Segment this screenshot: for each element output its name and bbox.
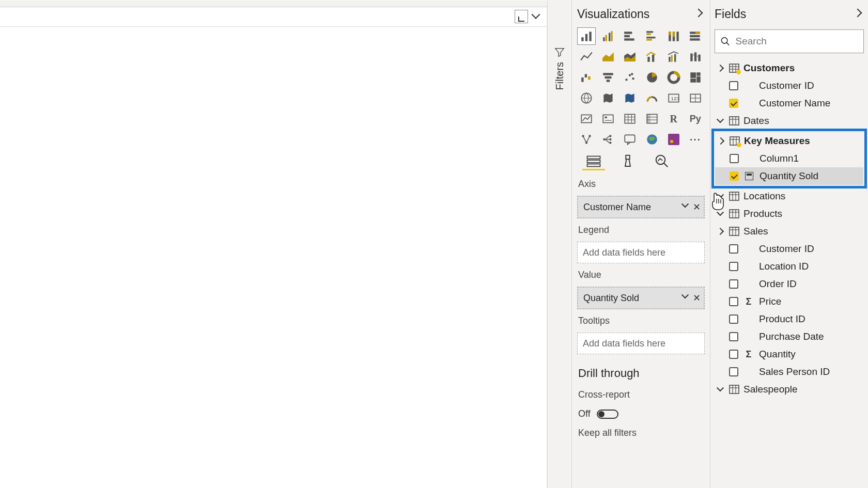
chevron-down-icon[interactable] bbox=[683, 294, 691, 302]
viz-multi-card-icon[interactable] bbox=[686, 89, 705, 107]
remove-field-icon[interactable]: ✕ bbox=[693, 292, 701, 304]
collapse-viz-icon[interactable] bbox=[695, 10, 705, 19]
svg-point-81 bbox=[721, 38, 727, 43]
viz-filled-map-icon[interactable] bbox=[599, 89, 617, 107]
field-sales-purchasedate[interactable]: Purchase Date bbox=[715, 328, 864, 345]
field-sales-productid[interactable]: Product ID bbox=[715, 310, 864, 328]
field-sales-customerid[interactable]: Customer ID bbox=[715, 240, 864, 258]
viz-qna-icon[interactable] bbox=[621, 131, 639, 148]
remove-field-icon[interactable]: ✕ bbox=[693, 201, 701, 213]
fields-search[interactable] bbox=[715, 29, 864, 53]
viz-waterfall-icon[interactable] bbox=[577, 69, 596, 86]
svg-rect-36 bbox=[607, 80, 610, 82]
canvas-mode-icon[interactable] bbox=[515, 10, 528, 23]
checkbox-icon[interactable] bbox=[729, 297, 738, 306]
fields-tab-icon[interactable] bbox=[582, 154, 605, 170]
viz-more-icon[interactable]: ⋯ bbox=[686, 131, 705, 148]
checkbox-icon[interactable] bbox=[729, 81, 738, 90]
table-customers[interactable]: Customers bbox=[715, 59, 864, 77]
viz-pie-icon[interactable] bbox=[643, 69, 661, 86]
field-sales-orderid[interactable]: Order ID bbox=[715, 275, 864, 293]
viz-ribbon-icon[interactable] bbox=[686, 48, 705, 66]
field-keymeasures-quantitysold[interactable]: Quantity Sold bbox=[715, 167, 863, 185]
viz-line-icon[interactable] bbox=[577, 48, 596, 66]
axis-label: Axis bbox=[577, 177, 705, 192]
collapse-fields-icon[interactable] bbox=[855, 10, 864, 19]
checkbox-icon[interactable] bbox=[729, 314, 738, 324]
checkbox-checked-icon[interactable] bbox=[730, 171, 739, 181]
analytics-tab-icon[interactable] bbox=[650, 154, 673, 170]
tooltips-dropzone[interactable]: Add data fields here bbox=[577, 333, 705, 354]
table-sales[interactable]: Sales bbox=[715, 223, 864, 240]
value-field-chip[interactable]: Quantity Sold ✕ bbox=[578, 287, 704, 309]
field-sales-salespersonid[interactable]: Sales Person ID bbox=[715, 363, 864, 381]
viz-shape-map-icon[interactable] bbox=[621, 89, 639, 107]
table-key-measures[interactable]: Key Measures bbox=[715, 132, 863, 150]
chevron-down-icon[interactable] bbox=[683, 203, 691, 211]
viz-stacked-column-icon[interactable] bbox=[621, 27, 639, 45]
report-canvas[interactable] bbox=[0, 6, 547, 488]
svg-rect-10 bbox=[646, 31, 653, 33]
viz-decomposition-icon[interactable] bbox=[599, 131, 617, 148]
viz-map-icon[interactable] bbox=[577, 89, 596, 107]
viz-clustered-bar-icon[interactable] bbox=[599, 27, 617, 45]
viz-stacked-area-icon[interactable] bbox=[621, 48, 639, 66]
viz-funnel-icon[interactable] bbox=[599, 69, 617, 86]
viz-powerapps-icon[interactable] bbox=[664, 131, 683, 148]
table-products[interactable]: Products bbox=[715, 205, 864, 223]
checkbox-checked-icon[interactable] bbox=[729, 99, 738, 108]
chevron-collapse-icon bbox=[716, 209, 725, 218]
viz-scatter-icon[interactable] bbox=[621, 69, 639, 86]
viz-donut-icon[interactable] bbox=[664, 69, 683, 86]
svg-rect-35 bbox=[605, 76, 612, 78]
value-dropzone[interactable]: Quantity Sold ✕ bbox=[577, 287, 705, 309]
viz-area-icon[interactable] bbox=[599, 48, 617, 66]
viz-table-icon[interactable] bbox=[621, 110, 639, 128]
viz-line-stacked-icon[interactable] bbox=[643, 48, 661, 66]
svg-rect-3 bbox=[603, 37, 605, 41]
viz-r-script-icon[interactable]: R bbox=[664, 110, 683, 128]
axis-field-chip[interactable]: Customer Name ✕ bbox=[578, 196, 704, 218]
table-locations[interactable]: Locations bbox=[715, 187, 864, 205]
viz-kpi-icon[interactable] bbox=[577, 110, 596, 128]
table-dates[interactable]: Dates bbox=[715, 112, 864, 130]
checkbox-icon[interactable] bbox=[729, 262, 738, 271]
viz-100-stacked-bar-icon[interactable] bbox=[664, 27, 683, 45]
viz-gauge-icon[interactable] bbox=[643, 89, 661, 107]
viz-arcgis-icon[interactable] bbox=[643, 131, 661, 148]
viz-100-stacked-column-icon[interactable] bbox=[686, 27, 705, 45]
field-sales-price[interactable]: ΣPrice bbox=[715, 293, 864, 310]
checkbox-icon[interactable] bbox=[730, 154, 739, 163]
checkbox-icon[interactable] bbox=[729, 367, 738, 376]
canvas-dropdown-icon[interactable] bbox=[530, 10, 542, 23]
field-sales-locationid[interactable]: Location ID bbox=[715, 258, 864, 275]
viz-matrix-icon[interactable] bbox=[643, 110, 661, 128]
cross-report-toggle[interactable] bbox=[597, 410, 618, 419]
format-tab-icon[interactable] bbox=[616, 154, 639, 170]
checkbox-icon[interactable] bbox=[729, 279, 738, 289]
svg-rect-8 bbox=[624, 35, 630, 37]
viz-treemap-icon[interactable] bbox=[686, 69, 705, 86]
field-sales-quantity[interactable]: ΣQuantity bbox=[715, 345, 864, 363]
table-salespeople[interactable]: Salespeople bbox=[715, 381, 864, 398]
checkbox-icon[interactable] bbox=[729, 350, 738, 359]
viz-slicer-icon[interactable] bbox=[599, 110, 617, 128]
axis-dropzone[interactable]: Customer Name ✕ bbox=[577, 196, 705, 218]
legend-dropzone[interactable]: Add data fields here bbox=[577, 242, 705, 263]
viz-card-icon[interactable]: 123 bbox=[664, 89, 683, 107]
viz-python-icon[interactable]: Py bbox=[686, 110, 705, 128]
checkbox-icon[interactable] bbox=[729, 332, 738, 341]
checkbox-icon[interactable] bbox=[729, 244, 738, 254]
field-keymeasures-column1[interactable]: Column1 bbox=[715, 150, 863, 167]
field-customers-customerid[interactable]: Customer ID bbox=[715, 77, 864, 95]
viz-line-clustered-icon[interactable] bbox=[664, 48, 683, 66]
drillthrough-title: Drill through bbox=[577, 358, 705, 383]
field-wells: Axis Customer Name ✕ Legend Add data fie… bbox=[577, 175, 705, 443]
viz-stacked-bar-icon[interactable] bbox=[577, 27, 596, 45]
search-input[interactable] bbox=[736, 36, 858, 47]
viz-key-influencer-icon[interactable] bbox=[577, 131, 596, 148]
filters-pane-collapsed[interactable]: Filters bbox=[547, 0, 572, 488]
field-customers-customername[interactable]: Customer Name bbox=[715, 95, 864, 112]
viz-clustered-column-icon[interactable] bbox=[643, 27, 661, 45]
svg-rect-76 bbox=[587, 160, 600, 163]
